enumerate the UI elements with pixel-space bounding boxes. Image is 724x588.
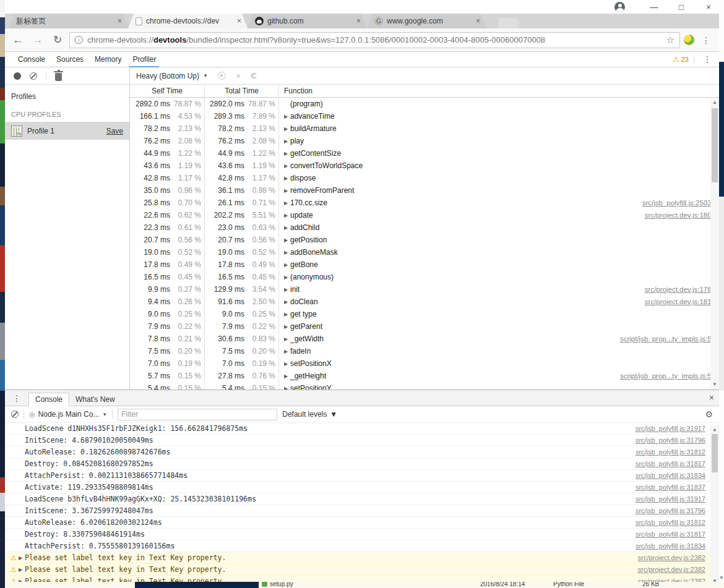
forward-icon[interactable]: →: [30, 34, 46, 46]
close-window-button[interactable]: ×: [703, 2, 714, 12]
message-source-link[interactable]: src/project.dev.js:2382: [638, 554, 719, 561]
table-row[interactable]: 17.8 ms0.49 % 17.8 ms0.49 % ▶ getBone: [130, 258, 719, 271]
table-row[interactable]: 42.8 ms1.17 % 42.8 ms1.17 % ▶ dispose: [130, 172, 719, 184]
column-header-self-time[interactable]: Self Time: [130, 85, 205, 98]
table-row[interactable]: 9.4 ms0.26 % 91.6 ms2.50 % ▶ doClean src…: [130, 296, 719, 308]
address-bar[interactable]: i chrome-devtools://devtools/bundled/ins…: [69, 32, 680, 48]
source-link[interactable]: script/jsb_prop...ty_impls.js:56: [620, 372, 719, 380]
back-icon[interactable]: ←: [10, 34, 26, 46]
table-row[interactable]: 7.8 ms0.21 % 30.6 ms0.83 % ▶ _getWidth s…: [130, 333, 719, 345]
message-source-link[interactable]: src/jsb_polyfill.js:31817: [636, 530, 719, 538]
expand-message-icon[interactable]: ▶: [19, 555, 25, 561]
tab-close-icon[interactable]: ×: [116, 17, 123, 25]
message-source-link[interactable]: src/jsb_polyfill.js:31834: [636, 472, 719, 479]
focus-function-icon[interactable]: [218, 72, 226, 80]
drawer-menu-icon[interactable]: ⋮: [9, 393, 25, 403]
message-source-link[interactable]: src/jsb_polyfill.js:31917: [636, 495, 719, 503]
table-row[interactable]: 22.3 ms0.61 % 23.0 ms0.63 % ▶ addChild: [130, 221, 719, 234]
scroll-down-icon[interactable]: ▼: [710, 381, 719, 387]
table-row[interactable]: 5.4 ms0.15 % 5.4 ms0.15 % ▶ setPositionY: [130, 382, 719, 390]
browser-tab[interactable]: chrome-devtools://dev ×: [128, 14, 248, 28]
disclosure-triangle-icon[interactable]: ▶: [284, 349, 290, 354]
table-row[interactable]: 16.5 ms0.45 % 16.5 ms0.45 % ▶ (anonymous…: [130, 271, 719, 283]
warning-count-badge[interactable]: ⚠23: [673, 55, 689, 64]
source-link[interactable]: src/jsb_polyfill.js:25030: [642, 199, 719, 207]
console-message-row[interactable]: ⚠ ▶ Please set label text key in Text Ke…: [5, 552, 719, 564]
console-message-row[interactable]: AttachPersist: 0.7555580139160156ms src/…: [5, 540, 719, 552]
scrollbar-thumb[interactable]: [712, 434, 718, 472]
table-row[interactable]: 76.2 ms2.08 % 76.2 ms2.08 % ▶ play: [130, 135, 719, 147]
disclosure-triangle-icon[interactable]: ▶: [284, 188, 290, 194]
url-text[interactable]: chrome-devtools://devtools/bundled/inspe…: [87, 35, 662, 45]
console-message-row[interactable]: ⚠ ▶ Please set label text key in Text Ke…: [5, 564, 719, 576]
disclosure-triangle-icon[interactable]: ▶: [284, 163, 290, 169]
source-link[interactable]: src/project.dev.js:1809: [645, 211, 719, 219]
scroll-up-icon[interactable]: ▲: [710, 427, 719, 432]
disclosure-triangle-icon[interactable]: ▶: [284, 151, 290, 156]
disclosure-triangle-icon[interactable]: ▶: [284, 287, 290, 292]
table-row[interactable]: 22.6 ms0.62 % 202.2 ms5.51 % ▶ update sr…: [130, 209, 719, 221]
column-header-function[interactable]: Function: [279, 85, 719, 98]
page-info-icon[interactable]: i: [75, 36, 83, 44]
console-message-row[interactable]: LoadScene b3hfLvB4hHNK99agGKx+XQ: 25.145…: [5, 493, 719, 505]
console-message-row[interactable]: InitScene: 4.687901020050049ms src/jsb_p…: [5, 435, 719, 446]
console-message-row[interactable]: AutoRelease: 6.020618200302124ms src/jsb…: [5, 517, 719, 529]
disclosure-triangle-icon[interactable]: ▶: [284, 126, 290, 132]
clear-console-icon[interactable]: [11, 411, 19, 418]
disclosure-triangle-icon[interactable]: ▶: [284, 200, 290, 206]
console-scrollbar[interactable]: ▲ ▼: [710, 425, 719, 586]
disclosure-triangle-icon[interactable]: ▶: [284, 373, 290, 379]
table-row[interactable]: 35.0 ms0.96 % 36.1 ms0.98 % ▶ removeFrom…: [130, 184, 719, 197]
profile-avatar-icon[interactable]: [614, 2, 625, 12]
browser-tab[interactable]: github.com ×: [248, 14, 367, 28]
extension-icon[interactable]: [684, 35, 694, 45]
table-row[interactable]: 7.5 ms0.20 % 7.5 ms0.20 % ▶ fadeIn: [130, 345, 719, 357]
disclosure-triangle-icon[interactable]: ▶: [284, 361, 290, 367]
save-profile-link[interactable]: Save: [106, 127, 123, 135]
message-source-link[interactable]: src/jsb_polyfill.js:31817: [636, 460, 719, 467]
console-message-row[interactable]: Activate: 119.29335498809814ms src/jsb_p…: [5, 482, 719, 493]
console-message-row[interactable]: InitScene: 3.367259979248047ms src/jsb_p…: [5, 505, 719, 517]
devtools-tab[interactable]: Console: [12, 52, 51, 67]
console-settings-gear-icon[interactable]: ⚙: [705, 409, 713, 419]
message-source-link[interactable]: src/jsb_polyfill.js:31834: [636, 542, 719, 550]
column-header-total-time[interactable]: Total Time: [205, 85, 279, 98]
view-mode-select[interactable]: Heavy (Bottom Up)▼: [136, 72, 208, 80]
table-row[interactable]: 20.7 ms0.56 % 20.7 ms0.56 % ▶ getPositio…: [130, 234, 719, 246]
message-source-link[interactable]: src/project.dev.js:2382: [638, 566, 719, 573]
table-row[interactable]: 7.0 ms0.19 % 7.0 ms0.19 % ▶ setPositionX: [130, 357, 719, 370]
table-row[interactable]: 9.9 ms0.27 % 129.9 ms3.54 % ▶ init src/p…: [130, 283, 719, 296]
disclosure-triangle-icon[interactable]: ▶: [284, 213, 290, 218]
clear-icon[interactable]: [30, 72, 37, 80]
disclosure-triangle-icon[interactable]: ▶: [284, 275, 290, 280]
drawer-tab[interactable]: Console: [28, 393, 69, 406]
browser-tab[interactable]: G www.google.com ×: [367, 14, 486, 28]
new-tab-button[interactable]: [498, 18, 519, 28]
message-source-link[interactable]: src/jsb_polyfill.js:31796: [636, 437, 719, 444]
table-row[interactable]: 166.1 ms4.53 % 289.3 ms7.89 % ▶ advanceT…: [130, 110, 719, 122]
console-message-row[interactable]: Destroy: 8.330759048461914ms src/jsb_pol…: [5, 529, 719, 540]
source-link[interactable]: script/jsb_prop...ty_impls.js:53: [620, 335, 719, 343]
table-row[interactable]: 9.0 ms0.25 % 9.0 ms0.25 % ▶ get type: [130, 308, 719, 320]
browser-tab[interactable]: 新标签页 ×: [9, 14, 128, 28]
source-link[interactable]: src/project.dev.js:1819: [645, 298, 719, 305]
message-source-link[interactable]: src/jsb_polyfill.js:31837: [636, 484, 719, 491]
disclosure-triangle-icon[interactable]: ▶: [284, 225, 290, 231]
disclosure-triangle-icon[interactable]: ▶: [284, 312, 290, 317]
tab-close-icon[interactable]: ×: [236, 17, 243, 25]
browser-menu-icon[interactable]: ⋮: [698, 35, 714, 45]
log-levels-select[interactable]: Default levels ▼: [282, 410, 337, 419]
disclosure-triangle-icon[interactable]: ▶: [284, 262, 290, 268]
table-row[interactable]: 19.0 ms0.52 % 19.0 ms0.52 % ▶ addBoneMas…: [130, 246, 719, 258]
bookmark-star-icon[interactable]: ☆: [666, 35, 674, 46]
disclosure-triangle-icon[interactable]: ▶: [284, 176, 290, 181]
devtools-tab[interactable]: Sources: [51, 52, 89, 67]
table-row[interactable]: 78.2 ms2.13 % 78.2 ms2.13 % ▶ buildArmat…: [130, 122, 719, 135]
delete-profile-icon[interactable]: [55, 73, 62, 81]
expand-message-icon[interactable]: ▶: [19, 567, 25, 573]
table-row[interactable]: 43.6 ms1.19 % 43.6 ms1.19 % ▶ convertToW…: [130, 160, 719, 172]
exclude-function-icon[interactable]: ×: [236, 71, 241, 81]
message-source-link[interactable]: src/jsb_polyfill.js:31812: [636, 519, 719, 526]
table-row[interactable]: 25.8 ms0.70 % 26.1 ms0.71 % ▶ 170.cc.siz…: [130, 197, 719, 209]
scrollbar-thumb[interactable]: [712, 108, 718, 182]
